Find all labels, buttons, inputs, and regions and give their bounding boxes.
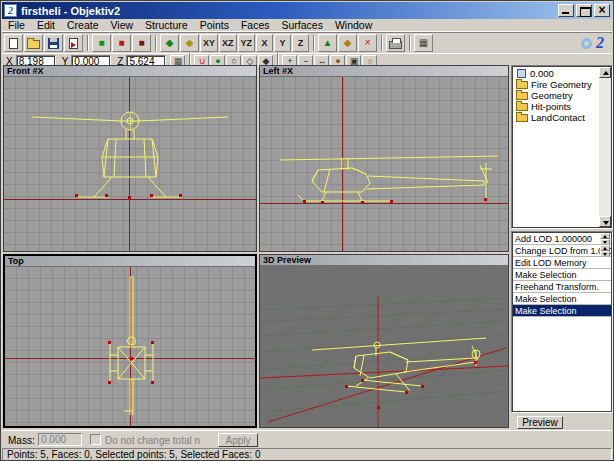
action-item[interactable]: Add LOD 1.000000 [513,233,611,245]
print-icon[interactable] [386,34,405,52]
folder-icon [516,92,528,100]
menu-item-structure[interactable]: Structure [139,19,194,32]
preview-viewport-title: 3D Preview [263,255,311,265]
action-item-label: Make Selection [513,306,577,316]
open-file-icon[interactable] [24,34,43,52]
top-viewport-titlebar[interactable]: Top [5,256,255,267]
scroll-up-icon[interactable] [599,67,611,78]
lod-item[interactable]: 0.000 [514,68,598,79]
lod-item[interactable]: Geometry [514,90,598,101]
lod-item[interactable]: LandContact [514,112,598,123]
mass-label: Mass: [8,435,35,446]
action-item[interactable]: Make Selection [513,305,611,317]
front-viewport-canvas[interactable] [4,77,256,251]
lod-panel: 0.000Fire GeometryGeometryHit-pointsLand… [511,65,613,229]
new-file-icon[interactable] [4,34,23,52]
left-viewport: Left #X [259,65,509,252]
preview-viewport-titlebar[interactable]: 3D Preview [260,255,508,266]
axis-y-button[interactable]: Y [274,34,291,52]
menu-item-create[interactable]: Create [61,19,105,32]
menu-item-edit[interactable]: Edit [31,19,61,32]
select-faces-icon[interactable]: ■ [92,34,111,52]
left-viewport-title: Left #X [263,66,293,76]
plane-xz-button[interactable]: XZ [219,34,237,52]
do-not-change-total-label: Do not change total n [105,435,200,446]
lod-tree-scrollbar[interactable] [599,67,611,227]
left-viewport-titlebar[interactable]: Left #X [260,66,508,77]
action-item[interactable]: Edit LOD Memory [513,257,611,269]
action-list: Add LOD 1.000000Change LOD from 1.000 tE… [513,233,611,411]
menu-item-file[interactable]: File [2,19,31,32]
mass-bar: Mass: Do not change total n Apply [2,430,612,448]
spinner-control[interactable] [600,245,610,257]
menu-item-surfaces[interactable]: Surfaces [276,19,329,32]
select-points-icon[interactable]: ◆ [160,34,179,52]
action-item-label: Change LOD from 1.000 t [513,246,611,256]
action-item[interactable]: Change LOD from 1.000 t [513,245,611,257]
close-button[interactable] [594,4,610,17]
menu-item-faces[interactable]: Faces [235,19,276,32]
folder-icon [516,114,528,122]
lod-item[interactable]: Fire Geometry [514,79,598,90]
menu-bar: FileEditCreateViewStructurePointsFacesSu… [2,19,612,32]
front-viewport: Front #X [3,65,257,252]
do-not-change-total-checkbox[interactable] [90,434,101,445]
action-item-label: Make Selection [513,270,577,280]
toolbar-separator [313,35,315,51]
action-item-label: Add LOD 1.000000 [513,234,592,244]
action-item-label: Freehand Transform. [513,282,599,292]
plane-xy-button[interactable]: XY [200,34,218,52]
left-viewport-canvas[interactable] [260,77,508,251]
preview-button[interactable]: Preview [517,416,563,429]
menu-item-points[interactable]: Points [194,19,235,32]
toolbar-separator [87,35,89,51]
lod-item-label: 0.000 [530,68,554,79]
delete-icon[interactable]: × [358,34,377,52]
plane-yz-button[interactable]: YZ [238,34,256,52]
action-item[interactable]: Freehand Transform. [513,281,611,293]
maximize-button[interactable] [576,4,592,17]
toolbar-separator [155,35,157,51]
preview-3d-scene [260,266,508,427]
top-helicopter-wireframe [5,267,255,426]
front-viewport-titlebar[interactable]: Front #X [4,66,256,77]
left-helicopter-wireframe [260,77,508,251]
preview-viewport-canvas[interactable] [260,266,508,427]
axis-z-button[interactable]: Z [292,34,309,52]
deselect-faces-icon[interactable]: ■ [112,34,131,52]
translate-icon[interactable]: ▲ [318,34,337,52]
toolbar-separator [381,35,383,51]
action-item[interactable]: Make Selection [513,293,611,305]
mass-input[interactable] [38,433,82,446]
window-title: firstheli - Objektiv2 [21,5,558,17]
top-viewport-canvas[interactable] [5,267,255,426]
app-icon: 2 [4,4,17,17]
lod-item[interactable]: Hit-points [514,101,598,112]
menu-item-view[interactable]: View [105,19,140,32]
folder-icon [516,81,528,89]
lod-tree: 0.000Fire GeometryGeometryHit-pointsLand… [514,68,598,226]
spinner-control[interactable] [600,233,610,245]
axis-x-button[interactable]: X [256,34,273,52]
merge-file-icon[interactable] [64,34,83,52]
apply-button[interactable]: Apply [218,433,258,447]
menu-item-window[interactable]: Window [329,19,378,32]
action-panel: Add LOD 1.000000Change LOD from 1.000 tE… [511,231,613,413]
main-toolbar: 2 ■■■◆◆XYXZYZXYZ▲◆×▦ [2,32,612,53]
logo-o-icon [581,38,592,49]
lod-item-label: Fire Geometry [531,79,592,90]
action-item[interactable]: Make Selection [513,269,611,281]
invert-face-selection-icon[interactable]: ■ [132,34,151,52]
scroll-down-icon[interactable] [599,216,611,227]
status-text: Points: 5, Faces: 0, Selected points: 5,… [7,449,260,460]
minimize-button[interactable] [558,4,574,17]
preview-viewport: 3D Preview [259,254,509,428]
lod-item-label: Hit-points [531,101,571,112]
select-objects-icon[interactable]: ◆ [180,34,199,52]
save-file-icon[interactable] [44,34,63,52]
lod-item-label: Geometry [531,90,573,101]
toolbar-separator [409,35,411,51]
scale-icon[interactable]: ◆ [338,34,357,52]
objektiv-logo: 2 [581,34,607,53]
uv-editor-icon[interactable]: ▦ [414,34,433,52]
